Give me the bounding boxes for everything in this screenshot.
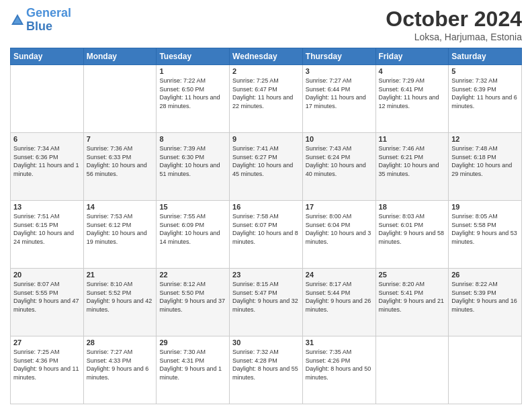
calendar-cell: 18Sunrise: 8:03 AM Sunset: 6:01 PM Dayli… bbox=[375, 201, 449, 269]
calendar-cell: 17Sunrise: 8:00 AM Sunset: 6:04 PM Dayli… bbox=[302, 201, 375, 269]
calendar-cell: 9Sunrise: 7:41 AM Sunset: 6:27 PM Daylig… bbox=[230, 133, 303, 201]
logo: General Blue bbox=[10, 7, 71, 34]
day-number: 14 bbox=[87, 203, 154, 211]
day-content: Sunrise: 8:00 AM Sunset: 6:04 PM Dayligh… bbox=[306, 212, 373, 246]
header: General Blue October 2024 Loksa, Harjuma… bbox=[10, 7, 522, 42]
day-number: 24 bbox=[306, 271, 373, 279]
calendar-cell bbox=[83, 65, 157, 133]
day-number: 10 bbox=[306, 135, 373, 143]
calendar-cell: 26Sunrise: 8:22 AM Sunset: 5:39 PM Dayli… bbox=[449, 269, 522, 336]
day-content: Sunrise: 7:27 AM Sunset: 4:33 PM Dayligh… bbox=[87, 348, 154, 381]
calendar-cell: 1Sunrise: 7:22 AM Sunset: 6:50 PM Daylig… bbox=[157, 65, 230, 133]
calendar-cell: 10Sunrise: 7:43 AM Sunset: 6:24 PM Dayli… bbox=[302, 133, 375, 201]
weekday-header-wednesday: Wednesday bbox=[230, 48, 303, 65]
day-content: Sunrise: 7:39 AM Sunset: 6:30 PM Dayligh… bbox=[159, 144, 226, 178]
logo-text: General Blue bbox=[26, 7, 71, 34]
calendar-cell: 20Sunrise: 8:07 AM Sunset: 5:55 PM Dayli… bbox=[11, 269, 84, 336]
day-content: Sunrise: 7:43 AM Sunset: 6:24 PM Dayligh… bbox=[306, 144, 373, 178]
day-content: Sunrise: 7:27 AM Sunset: 6:44 PM Dayligh… bbox=[306, 77, 373, 110]
day-number: 9 bbox=[232, 135, 300, 143]
calendar-cell: 7Sunrise: 7:36 AM Sunset: 6:33 PM Daylig… bbox=[83, 133, 157, 201]
day-content: Sunrise: 7:29 AM Sunset: 6:41 PM Dayligh… bbox=[379, 77, 446, 110]
day-number: 8 bbox=[159, 135, 226, 143]
day-number: 15 bbox=[159, 203, 226, 211]
day-number: 3 bbox=[306, 67, 373, 75]
calendar-cell: 8Sunrise: 7:39 AM Sunset: 6:30 PM Daylig… bbox=[157, 133, 230, 201]
weekday-header-sunday: Sunday bbox=[11, 48, 84, 65]
day-number: 16 bbox=[232, 203, 300, 211]
day-number: 29 bbox=[159, 338, 226, 347]
day-content: Sunrise: 7:25 AM Sunset: 6:47 PM Dayligh… bbox=[232, 77, 300, 110]
day-content: Sunrise: 7:25 AM Sunset: 4:36 PM Dayligh… bbox=[13, 348, 81, 381]
calendar-cell: 29Sunrise: 7:30 AM Sunset: 4:31 PM Dayli… bbox=[157, 336, 230, 404]
day-number: 30 bbox=[232, 338, 300, 347]
calendar-cell: 19Sunrise: 8:05 AM Sunset: 5:58 PM Dayli… bbox=[449, 201, 522, 269]
day-content: Sunrise: 7:32 AM Sunset: 6:39 PM Dayligh… bbox=[451, 77, 519, 110]
calendar-cell: 13Sunrise: 7:51 AM Sunset: 6:15 PM Dayli… bbox=[11, 201, 84, 269]
day-content: Sunrise: 8:20 AM Sunset: 5:41 PM Dayligh… bbox=[379, 280, 446, 314]
day-content: Sunrise: 7:22 AM Sunset: 6:50 PM Dayligh… bbox=[159, 77, 226, 110]
location: Loksa, Harjumaa, Estonia bbox=[386, 32, 522, 42]
day-number: 23 bbox=[232, 271, 300, 279]
day-number: 27 bbox=[13, 338, 81, 347]
calendar-cell: 11Sunrise: 7:46 AM Sunset: 6:21 PM Dayli… bbox=[375, 133, 449, 201]
weekday-header-saturday: Saturday bbox=[449, 48, 522, 65]
weekday-header-friday: Friday bbox=[375, 48, 449, 65]
day-content: Sunrise: 7:34 AM Sunset: 6:36 PM Dayligh… bbox=[13, 144, 81, 178]
day-number: 12 bbox=[451, 135, 519, 143]
day-content: Sunrise: 8:10 AM Sunset: 5:52 PM Dayligh… bbox=[87, 280, 154, 314]
day-number: 13 bbox=[13, 203, 81, 211]
week-row-4: 27Sunrise: 7:25 AM Sunset: 4:36 PM Dayli… bbox=[11, 336, 522, 404]
weekday-header-monday: Monday bbox=[83, 48, 157, 65]
calendar-cell: 12Sunrise: 7:48 AM Sunset: 6:18 PM Dayli… bbox=[449, 133, 522, 201]
calendar-cell: 30Sunrise: 7:32 AM Sunset: 4:28 PM Dayli… bbox=[230, 336, 303, 404]
day-number: 18 bbox=[379, 203, 446, 211]
day-number: 7 bbox=[87, 135, 154, 143]
week-row-0: 1Sunrise: 7:22 AM Sunset: 6:50 PM Daylig… bbox=[11, 65, 522, 133]
day-content: Sunrise: 8:22 AM Sunset: 5:39 PM Dayligh… bbox=[451, 280, 519, 314]
weekday-header-row: SundayMondayTuesdayWednesdayThursdayFrid… bbox=[11, 48, 522, 65]
day-content: Sunrise: 8:17 AM Sunset: 5:44 PM Dayligh… bbox=[306, 280, 373, 314]
calendar-cell: 16Sunrise: 7:58 AM Sunset: 6:07 PM Dayli… bbox=[230, 201, 303, 269]
day-content: Sunrise: 7:58 AM Sunset: 6:07 PM Dayligh… bbox=[232, 212, 300, 246]
calendar-cell: 21Sunrise: 8:10 AM Sunset: 5:52 PM Dayli… bbox=[83, 269, 157, 336]
calendar-cell: 15Sunrise: 7:55 AM Sunset: 6:09 PM Dayli… bbox=[157, 201, 230, 269]
day-number: 26 bbox=[451, 271, 519, 279]
weekday-header-thursday: Thursday bbox=[302, 48, 375, 65]
day-content: Sunrise: 7:53 AM Sunset: 6:12 PM Dayligh… bbox=[87, 212, 154, 246]
day-content: Sunrise: 7:35 AM Sunset: 4:26 PM Dayligh… bbox=[306, 348, 373, 381]
day-content: Sunrise: 8:15 AM Sunset: 5:47 PM Dayligh… bbox=[232, 280, 300, 314]
calendar-cell bbox=[375, 336, 449, 404]
day-number: 4 bbox=[379, 67, 446, 75]
calendar-cell: 5Sunrise: 7:32 AM Sunset: 6:39 PM Daylig… bbox=[449, 65, 522, 133]
day-number: 5 bbox=[451, 67, 519, 75]
day-content: Sunrise: 7:48 AM Sunset: 6:18 PM Dayligh… bbox=[451, 144, 519, 178]
day-content: Sunrise: 7:36 AM Sunset: 6:33 PM Dayligh… bbox=[87, 144, 154, 178]
calendar-cell: 4Sunrise: 7:29 AM Sunset: 6:41 PM Daylig… bbox=[375, 65, 449, 133]
day-content: Sunrise: 8:07 AM Sunset: 5:55 PM Dayligh… bbox=[13, 280, 81, 314]
logo-general: General bbox=[26, 6, 71, 19]
calendar-cell: 31Sunrise: 7:35 AM Sunset: 4:26 PM Dayli… bbox=[302, 336, 375, 404]
calendar-cell: 28Sunrise: 7:27 AM Sunset: 4:33 PM Dayli… bbox=[83, 336, 157, 404]
calendar-cell: 2Sunrise: 7:25 AM Sunset: 6:47 PM Daylig… bbox=[230, 65, 303, 133]
logo-blue: Blue bbox=[26, 19, 52, 33]
weekday-header-tuesday: Tuesday bbox=[157, 48, 230, 65]
day-number: 21 bbox=[87, 271, 154, 279]
week-row-1: 6Sunrise: 7:34 AM Sunset: 6:36 PM Daylig… bbox=[11, 133, 522, 201]
day-number: 11 bbox=[379, 135, 446, 143]
day-content: Sunrise: 8:05 AM Sunset: 5:58 PM Dayligh… bbox=[451, 212, 519, 246]
day-content: Sunrise: 7:55 AM Sunset: 6:09 PM Dayligh… bbox=[159, 212, 226, 246]
calendar-cell bbox=[11, 65, 84, 133]
page: General Blue October 2024 Loksa, Harjuma… bbox=[0, 0, 532, 411]
day-number: 19 bbox=[451, 203, 519, 211]
calendar-cell: 27Sunrise: 7:25 AM Sunset: 4:36 PM Dayli… bbox=[11, 336, 84, 404]
day-number: 31 bbox=[306, 338, 373, 347]
week-row-2: 13Sunrise: 7:51 AM Sunset: 6:15 PM Dayli… bbox=[11, 201, 522, 269]
day-number: 1 bbox=[159, 67, 226, 75]
day-content: Sunrise: 7:32 AM Sunset: 4:28 PM Dayligh… bbox=[232, 348, 300, 381]
calendar-cell: 24Sunrise: 8:17 AM Sunset: 5:44 PM Dayli… bbox=[302, 269, 375, 336]
month-title: October 2024 bbox=[386, 7, 522, 32]
day-content: Sunrise: 7:41 AM Sunset: 6:27 PM Dayligh… bbox=[232, 144, 300, 178]
day-content: Sunrise: 8:03 AM Sunset: 6:01 PM Dayligh… bbox=[379, 212, 446, 246]
calendar-cell bbox=[449, 336, 522, 404]
